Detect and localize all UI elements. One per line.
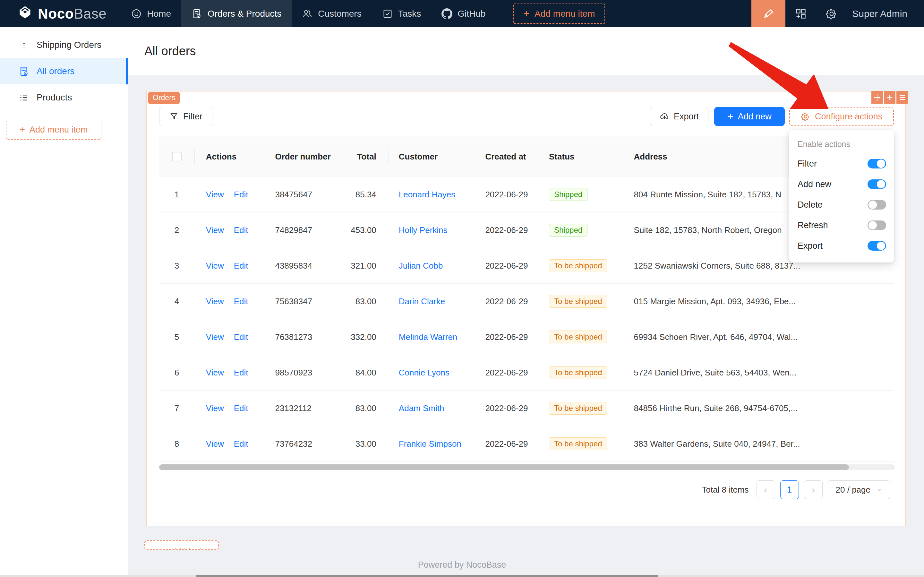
row-actions: View Edit xyxy=(195,248,270,284)
block-menu-icon[interactable] xyxy=(897,91,908,104)
cell-total: 83.00 xyxy=(347,390,388,426)
customer-link[interactable]: Julian Cobb xyxy=(399,261,443,271)
customer-link[interactable]: Connie Lyons xyxy=(399,368,449,378)
dropdown-item[interactable]: Refresh xyxy=(789,215,894,235)
toggle-switch[interactable] xyxy=(868,200,886,210)
plugin-manager-button[interactable] xyxy=(786,0,816,27)
customer-link[interactable]: Holly Perkins xyxy=(399,225,448,235)
edit-link[interactable]: Edit xyxy=(234,368,248,378)
page-size-select[interactable]: 20 / page xyxy=(828,480,890,499)
sidebar-item-shipping-orders[interactable]: ↑ Shipping Orders xyxy=(0,32,128,58)
cell-created-at: 2022-06-29 xyxy=(475,177,544,212)
cell-order-number: 75638347 xyxy=(270,284,347,319)
view-link[interactable]: View xyxy=(206,261,224,271)
table-row: 7 View Edit 23132112 83.00 Adam Smith 20… xyxy=(159,390,894,426)
ui-editor-button[interactable] xyxy=(752,0,786,27)
cell-status: To be shipped xyxy=(544,355,629,390)
dropdown-item[interactable]: Delete xyxy=(789,195,894,215)
nav-item-customers[interactable]: Customers xyxy=(291,0,372,27)
customer-link[interactable]: Melinda Warren xyxy=(399,332,457,342)
sidebar-item-products[interactable]: Products xyxy=(0,84,128,111)
cell-address: 84856 Hirthe Run, Suite 268, 94754-6705,… xyxy=(629,390,894,426)
select-all-checkbox[interactable] xyxy=(172,152,182,161)
sidebar-item-all-orders[interactable]: All orders xyxy=(0,58,128,84)
prev-page-button[interactable]: ‹ xyxy=(757,480,775,499)
toggle-knob xyxy=(877,180,885,189)
table-row: 6 View Edit 98570923 84.00 Connie Lyons … xyxy=(159,355,894,390)
current-page-button[interactable]: 1 xyxy=(780,480,799,499)
row-actions: View Edit xyxy=(195,319,270,355)
view-link[interactable]: View xyxy=(206,332,224,342)
page-header: All orders xyxy=(128,27,924,75)
drag-handle-icon[interactable] xyxy=(871,91,883,104)
edit-link[interactable]: Edit xyxy=(234,439,248,449)
highlighter-pen-icon xyxy=(761,7,775,21)
cell-created-at: 2022-06-29 xyxy=(475,248,544,284)
nav-item-home[interactable]: Home xyxy=(121,0,181,27)
view-link[interactable]: View xyxy=(206,190,224,200)
toggle-switch[interactable] xyxy=(868,241,886,251)
list-icon xyxy=(19,92,29,103)
table-toolbar: Filter Export + Add new Configure action… xyxy=(159,107,894,126)
edit-link[interactable]: Edit xyxy=(234,261,248,271)
view-link[interactable]: View xyxy=(206,439,224,449)
toggle-switch[interactable] xyxy=(868,221,886,230)
scrollbar-thumb[interactable] xyxy=(159,464,849,470)
edit-link[interactable]: Edit xyxy=(234,403,248,413)
cell-created-at: 2022-06-29 xyxy=(475,426,544,461)
nav-add-menu-item-button[interactable]: + Add menu item xyxy=(513,3,605,24)
export-button[interactable]: Export xyxy=(650,107,708,126)
filter-button[interactable]: Filter xyxy=(159,107,212,126)
view-link[interactable]: View xyxy=(206,297,224,306)
cell-order-number: 23132112 xyxy=(270,390,347,426)
sidebar-add-menu-item-button[interactable]: + Add menu item xyxy=(6,120,101,140)
nav-item-orders-products[interactable]: Orders & Products xyxy=(181,0,291,27)
dropdown-item[interactable]: Filter xyxy=(789,153,894,174)
customer-link[interactable]: Darin Clarke xyxy=(399,297,445,306)
cell-status: To be shipped xyxy=(544,390,629,426)
user-menu[interactable]: Super Admin xyxy=(847,8,924,19)
edit-link[interactable]: Edit xyxy=(234,297,248,306)
browser-horizontal-scrollbar xyxy=(0,575,924,577)
add-new-button[interactable]: + Add new xyxy=(714,107,785,126)
header-select-all xyxy=(159,136,195,177)
configure-actions-button[interactable]: Configure actions xyxy=(789,107,894,126)
view-link[interactable]: View xyxy=(206,403,224,413)
nav-item-tasks[interactable]: Tasks xyxy=(372,0,431,27)
view-link[interactable]: View xyxy=(206,368,224,378)
toggle-switch[interactable] xyxy=(868,159,886,168)
customer-link[interactable]: Leonard Hayes xyxy=(399,190,455,200)
row-actions: View Edit xyxy=(195,355,270,390)
cell-address: 383 Walter Gardens, Suite 040, 24947, Be… xyxy=(629,426,894,461)
cell-total: 332.00 xyxy=(347,319,388,355)
customer-link[interactable]: Adam Smith xyxy=(399,403,444,413)
header-customer: Customer xyxy=(388,136,475,177)
plus-icon: + xyxy=(727,111,733,122)
table-row: 3 View Edit 43895834 321.00 Julian Cobb … xyxy=(159,248,894,284)
cloud-download-icon xyxy=(660,112,669,121)
edit-link[interactable]: Edit xyxy=(234,332,248,342)
cell-address: 5724 Daniel Drive, Suite 563, 54403, Wen… xyxy=(629,355,894,390)
cell-total: 84.00 xyxy=(347,355,388,390)
toggle-switch[interactable] xyxy=(868,179,886,189)
row-index: 6 xyxy=(159,355,195,390)
dropdown-item-label: Export xyxy=(798,241,823,251)
edit-link[interactable]: Edit xyxy=(234,225,248,235)
add-block-icon[interactable]: + xyxy=(884,91,895,104)
header-order-number: Order number xyxy=(270,136,347,177)
page-title: All orders xyxy=(144,44,196,58)
scrollbar-thumb[interactable] xyxy=(196,575,658,577)
brand-name: NocoBase xyxy=(38,6,106,22)
settings-button[interactable] xyxy=(816,0,847,27)
add-block-button[interactable]: + Add block xyxy=(144,540,219,550)
dropdown-item[interactable]: Add new xyxy=(789,174,894,195)
cell-total: 85.34 xyxy=(347,177,388,212)
row-actions: View Edit xyxy=(195,426,270,461)
dropdown-item[interactable]: Export xyxy=(789,235,894,256)
view-link[interactable]: View xyxy=(206,225,224,235)
nocobase-logo[interactable]: NocoBase xyxy=(0,0,121,27)
customer-link[interactable]: Frankie Simpson xyxy=(399,439,461,449)
next-page-button[interactable]: › xyxy=(804,480,823,499)
nav-item-github[interactable]: GitHub xyxy=(431,0,496,27)
edit-link[interactable]: Edit xyxy=(234,190,248,200)
